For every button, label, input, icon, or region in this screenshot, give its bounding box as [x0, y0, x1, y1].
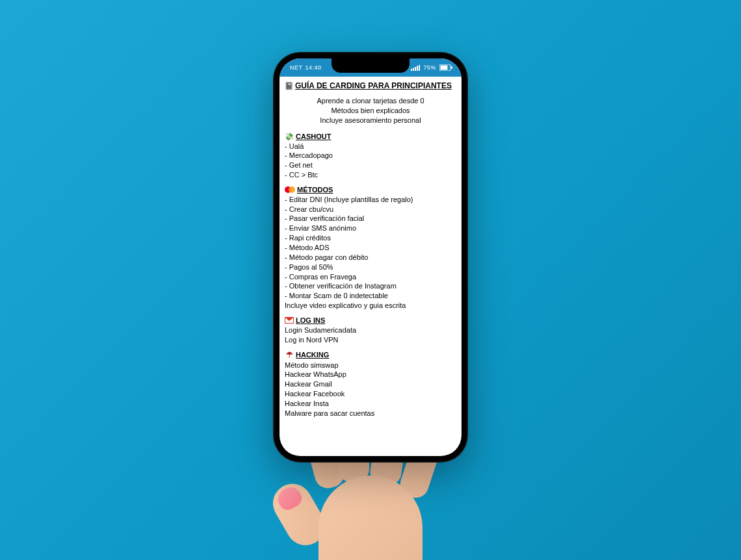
list-item: - Montar Scam de 0 indetectable	[285, 291, 456, 301]
svg-rect-7	[451, 66, 452, 69]
page-title: GUÍA DE CARDING PARA PRINCIPIANTES	[295, 81, 452, 91]
phone-screen[interactable]: NET 14:40 75% GUÍA DE CARDING PARA PRINC…	[280, 58, 462, 456]
battery-pct: 75%	[423, 64, 436, 71]
page-title-row: GUÍA DE CARDING PARA PRINCIPIANTES	[285, 81, 456, 91]
list-item: - Obtener verificación de Instagram	[285, 281, 456, 291]
svg-rect-3	[417, 66, 418, 71]
section-heading: MÉTODOS	[297, 185, 333, 195]
intro-line: Aprende a clonar tarjetas desde 0	[289, 96, 452, 106]
list-item: Login Sudamericadata	[285, 325, 456, 335]
section-heading: CASHOUT	[296, 132, 331, 142]
intro-block: Aprende a clonar tarjetas desde 0 Método…	[285, 96, 456, 125]
section-metodos: MÉTODOS - Editar DNI (Incluye plantillas…	[285, 185, 456, 311]
list-item: - Pasar verificación facial	[285, 214, 456, 223]
list-item: - Get net	[285, 160, 456, 170]
list-item: - Editar DNI (Incluye plantillas de rega…	[285, 195, 456, 205]
list-item: - Pagos al 50%	[285, 262, 456, 272]
list-item: Malware para sacar cuentas	[285, 409, 456, 418]
svg-rect-1	[413, 68, 414, 71]
list-item: - CC > Btc	[285, 170, 456, 180]
book-icon	[285, 81, 294, 91]
svg-rect-6	[441, 66, 448, 70]
umbrella-icon	[285, 350, 294, 360]
status-time: 14:40	[306, 64, 322, 71]
list-item: Log in Nord VPN	[285, 335, 456, 345]
money-icon	[285, 132, 294, 142]
battery-icon	[439, 64, 452, 71]
list-item: Hackear Gmail	[285, 379, 456, 389]
status-bar: NET 14:40 75%	[280, 58, 462, 77]
list-item: Hackear Facebook	[285, 389, 456, 399]
svg-rect-0	[411, 69, 412, 71]
list-item: - Crear cbu/cvu	[285, 205, 456, 214]
gmail-icon	[285, 317, 294, 324]
intro-line: Métodos bien explicados	[289, 106, 452, 116]
list-item: Hackear Insta	[285, 399, 456, 409]
list-item: Hackear WhatsApp	[285, 370, 456, 379]
list-item: - Método ADS	[285, 243, 456, 253]
section-note: Incluye video explicativo y guia escrita	[285, 301, 456, 311]
message-content[interactable]: GUÍA DE CARDING PARA PRINCIPIANTES Apren…	[280, 77, 462, 430]
section-heading: LOG INS	[296, 316, 325, 325]
mastercard-icon	[285, 186, 295, 194]
list-item: - Compras en Fravega	[285, 272, 456, 282]
phone-frame: NET 14:40 75% GUÍA DE CARDING PARA PRINC…	[273, 52, 468, 463]
signal-icon	[411, 65, 420, 71]
intro-line: Incluye asesoramiento personal	[289, 116, 452, 125]
carrier-label: NET	[290, 64, 303, 71]
list-item: - Ualá	[285, 142, 456, 151]
svg-rect-4	[419, 65, 420, 71]
list-item: Método simswap	[285, 361, 456, 370]
list-item: - Mercadopago	[285, 151, 456, 160]
list-item: - Método pagar con débito	[285, 253, 456, 262]
list-item: - Enviar SMS anónimo	[285, 223, 456, 233]
section-cashout: CASHOUT - Ualá - Mercadopago - Get net -…	[285, 132, 456, 180]
list-item: - Rapi créditos	[285, 233, 456, 243]
section-hacking: HACKING Método simswap Hackear WhatsApp …	[285, 350, 456, 418]
section-logins: LOG INS Login Sudamericadata Log in Nord…	[285, 316, 456, 345]
svg-rect-2	[415, 67, 416, 71]
section-heading: HACKING	[296, 350, 329, 360]
